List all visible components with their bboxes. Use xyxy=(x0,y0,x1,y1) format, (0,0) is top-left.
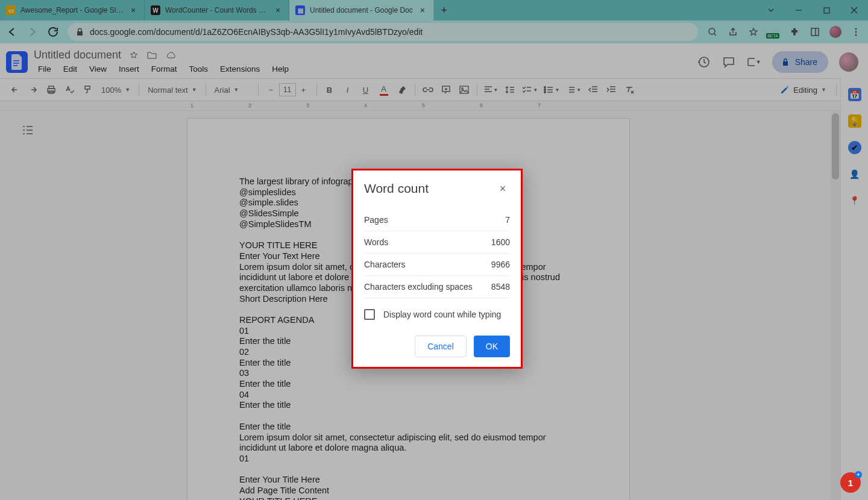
plus-badge-icon: + xyxy=(855,471,862,478)
stat-label: Characters xyxy=(364,260,405,269)
stat-value: 1600 xyxy=(491,237,510,247)
display-while-typing-checkbox[interactable] xyxy=(364,309,375,320)
stat-value: 9966 xyxy=(491,260,510,269)
checkbox-label: Display word count while typing xyxy=(383,310,501,319)
stat-value: 7 xyxy=(505,215,510,225)
chat-notification-badge[interactable]: 1 + xyxy=(840,472,861,493)
word-count-dialog: Word count × Pages7Words1600Characters99… xyxy=(351,169,523,369)
word-count-stat-row: Words1600 xyxy=(364,231,510,254)
ok-button[interactable]: OK xyxy=(474,336,510,357)
stat-value: 8548 xyxy=(491,282,510,292)
stat-label: Characters excluding spaces xyxy=(364,282,473,292)
cancel-button[interactable]: Cancel xyxy=(415,336,467,357)
word-count-stat-row: Pages7 xyxy=(364,209,510,231)
dialog-close-icon[interactable]: × xyxy=(495,183,510,195)
word-count-stat-row: Characters9966 xyxy=(364,254,510,276)
stat-label: Pages xyxy=(364,215,388,225)
dialog-title: Word count xyxy=(364,181,429,196)
stat-label: Words xyxy=(364,237,388,247)
word-count-stat-row: Characters excluding spaces8548 xyxy=(364,276,510,298)
